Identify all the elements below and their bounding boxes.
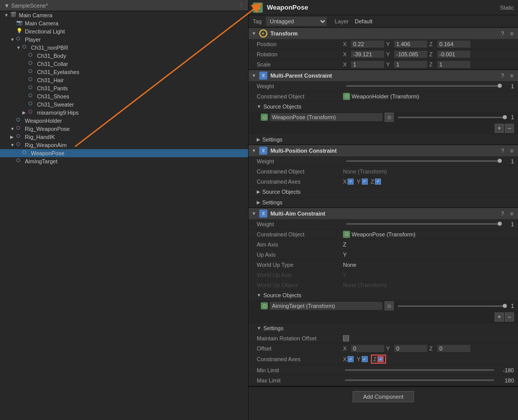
ma-add-source-btn[interactable]: + [495, 312, 504, 322]
tree-item[interactable]: ▼ 🎬 Main Camera [0, 11, 248, 19]
scale-y-field[interactable] [394, 61, 427, 68]
multi-parent-header[interactable]: ▼ ⧖ Multi-Parent Constraint ? ≡ [249, 70, 518, 81]
mp-weight-slider[interactable] [346, 160, 502, 162]
source-select-btn[interactable]: ⊙ [385, 113, 394, 122]
multi-parent-help-btn[interactable]: ? [499, 73, 505, 79]
tree-item-rig-handik[interactable]: ▶ ⬡ Rig_HandIK [0, 133, 248, 141]
transform-menu-btn[interactable]: ≡ [509, 30, 515, 37]
tree-item-rig-weapon-aim[interactable]: ▼ ⬡ Rig_WeaponAim [0, 141, 248, 149]
min-limit-value: -180 [496, 367, 514, 373]
tree-item-rig-weapon-pose[interactable]: ▼ ⬡ Rig_WeaponPose [0, 125, 248, 133]
ma-source-weight-slider[interactable] [398, 305, 506, 307]
tree-item[interactable]: ▶ ⬡ mixamorig9:Hips [0, 109, 248, 117]
weight-slider[interactable] [346, 85, 502, 87]
multi-parent-source-header[interactable]: ▼ Source Objects [249, 101, 518, 112]
multi-aim-help-btn[interactable]: ? [499, 211, 505, 217]
settings-axis-y-checkbox[interactable] [362, 356, 368, 362]
min-limit-label: Min Limit [257, 367, 343, 373]
multi-position-menu-btn[interactable]: ≡ [509, 148, 515, 154]
tree-item[interactable]: ⬡ Ch31_Sweater [0, 100, 248, 109]
ma-weight-value: 1 [504, 221, 514, 227]
settings-axes-label: Constrained Axes [257, 356, 343, 362]
min-limit-slider[interactable] [345, 369, 494, 371]
pos-z-label: Z [429, 41, 435, 47]
tree-item[interactable]: ▼ ⬡ Player [0, 36, 248, 44]
ma-remove-source-btn[interactable]: − [505, 312, 514, 322]
scale-z-field[interactable] [437, 61, 470, 68]
expand-icon: ▼ [252, 211, 256, 216]
settings-axis-x-checkbox[interactable] [348, 356, 354, 362]
tree-item[interactable]: 📷 Main Camera [0, 19, 248, 27]
offset-z-field[interactable] [437, 345, 470, 352]
add-component-btn[interactable]: Add Component [353, 391, 415, 402]
mp-source-header[interactable]: ▶ Source Objects [249, 187, 518, 197]
mp-axis-z-checkbox[interactable] [375, 179, 381, 185]
multi-position-component: ▼ ⧖ Multi-Position Constraint ? ≡ Weight… [249, 145, 518, 208]
offset-z-label: Z [429, 345, 435, 352]
multi-position-help-btn[interactable]: ? [499, 148, 505, 154]
remove-source-btn[interactable]: − [505, 124, 514, 133]
ma-plus-minus: + − [249, 311, 518, 323]
transform-header[interactable]: ▼ ✦ Transform ? ≡ [249, 28, 518, 39]
tag-dropdown[interactable]: Untagged [266, 17, 327, 26]
ma-world-up-obj-label: World Up Object [257, 282, 343, 288]
tree-item-weapon-pose[interactable]: ▶ ⬡ WeaponPose [0, 149, 248, 157]
tree-item[interactable]: ⬡ Ch31_Hair [0, 76, 248, 84]
tree-item[interactable]: ⬡ Ch31_Collar [0, 60, 248, 68]
hierarchy-menu-icon[interactable]: ⋮ [238, 2, 244, 9]
mp-settings-row[interactable]: ▶ Settings [249, 197, 518, 207]
offset-y-field[interactable] [394, 345, 427, 352]
source-item-field[interactable] [270, 113, 383, 121]
rot-y-field[interactable] [394, 51, 427, 58]
mp-axis-x-label: X [343, 179, 347, 185]
transform-help-btn[interactable]: ? [499, 30, 505, 37]
tree-item[interactable]: ⬡ Ch31_Pants [0, 84, 248, 92]
tree-item[interactable]: ⬡ Ch31_Body [0, 52, 248, 60]
tree-item-aiming-target[interactable]: ▶ ⬡ AimingTarget [0, 157, 248, 165]
offset-x-label: X [343, 345, 349, 352]
ma-aim-axis-value: Z [343, 241, 514, 248]
multi-parent-plus-minus: + − [249, 123, 518, 134]
scale-x-field[interactable] [351, 61, 384, 68]
settings-axis-z-checkbox[interactable] [377, 356, 384, 362]
ma-source-item: ⬡ ⊙ 1 [249, 300, 518, 311]
offset-x-field[interactable] [351, 345, 384, 352]
ma-constrained-icon: ⬡ [343, 231, 350, 238]
ma-source-header[interactable]: ▼ Source Objects [249, 290, 518, 300]
ma-world-up-type-value: None [343, 262, 514, 268]
layer-label: Layer [335, 18, 349, 24]
max-limit-slider[interactable] [345, 379, 494, 381]
tree-item[interactable]: ▼ ⬡ Ch31_nonPBR [0, 44, 248, 52]
pos-y-field[interactable] [394, 41, 427, 48]
multi-aim-header[interactable]: ▼ ⧖ Multi-Aim Constraint ? ≡ [249, 208, 518, 219]
settings-axis-y-item: Y [357, 356, 367, 362]
multi-position-header[interactable]: ▼ ⧖ Multi-Position Constraint ? ≡ [249, 145, 518, 156]
rotation-label: Rotation [257, 51, 343, 57]
tree-item[interactable]: ⬡ Ch31_Shoes [0, 92, 248, 100]
ma-settings-header[interactable]: ▼ Settings [249, 323, 518, 333]
source-weight-slider[interactable] [398, 117, 506, 118]
multi-parent-settings-row[interactable]: ▶ Settings [249, 134, 518, 145]
pos-y-label: Y [386, 41, 392, 47]
multi-aim-menu-btn[interactable]: ≡ [509, 211, 515, 217]
add-source-btn[interactable]: + [495, 124, 504, 133]
ma-source-item-field[interactable] [270, 302, 383, 310]
tree-item[interactable]: 💡 Directional Light [0, 27, 248, 36]
pos-z-field[interactable] [437, 41, 470, 48]
mp-axis-y-checkbox[interactable] [362, 179, 368, 185]
ma-source-select-btn[interactable]: ⊙ [385, 301, 394, 310]
tree-item[interactable]: ⬡ Ch31_Eyelashes [0, 68, 248, 76]
multi-aim-component: ▼ ⧖ Multi-Aim Constraint ? ≡ Weight 1 Co… [249, 208, 518, 387]
maintain-rotation-checkbox[interactable] [343, 335, 349, 341]
mp-axis-x-checkbox[interactable] [348, 179, 354, 185]
max-limit-label: Max Limit [257, 377, 343, 383]
hierarchy-header: ▼ SampleScene* ⋮ [0, 0, 248, 11]
tree-item-weapon-holder[interactable]: ▶ ⬡ WeaponHolder [0, 117, 248, 125]
rot-z-field[interactable] [437, 51, 470, 58]
ma-weight-slider[interactable] [346, 223, 502, 225]
multi-parent-source-item: ⬡ ⊙ 1 [249, 112, 518, 123]
settings-axis-z-item: Z [371, 355, 387, 364]
rot-x-field[interactable] [351, 51, 384, 58]
multi-parent-menu-btn[interactable]: ≡ [509, 73, 515, 79]
pos-x-field[interactable] [351, 41, 384, 48]
